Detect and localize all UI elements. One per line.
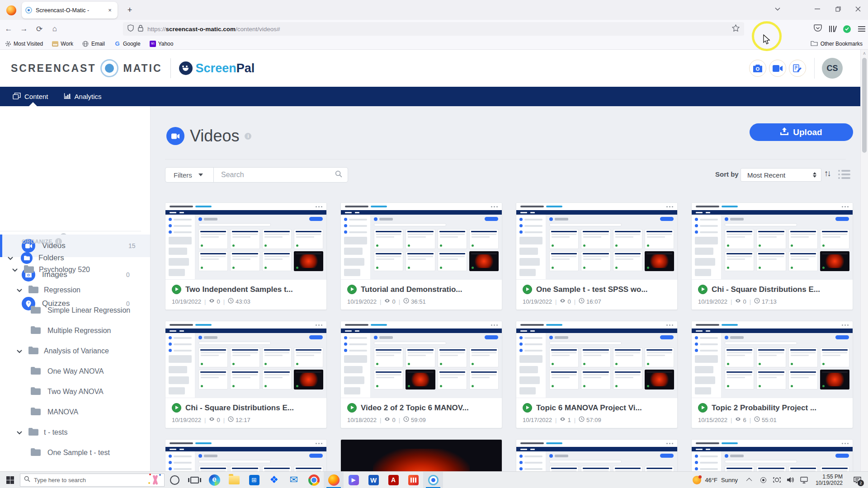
menu-icon[interactable]: [858, 28, 865, 29]
folder-item[interactable]: Simple Linear Regression: [0, 302, 151, 319]
bookmark-yahoo[interactable]: Y! Yahoo: [150, 41, 174, 47]
info-icon[interactable]: [245, 133, 251, 140]
video-card[interactable]: [691, 439, 853, 471]
video-thumbnail[interactable]: [692, 440, 853, 471]
back-button[interactable]: ←: [2, 22, 15, 36]
window-maximize-button[interactable]: [829, 0, 847, 18]
video-title[interactable]: Two Independent Samples t...: [185, 285, 293, 294]
video-card[interactable]: [340, 439, 502, 471]
video-thumbnail[interactable]: [165, 440, 326, 471]
library-icon[interactable]: [829, 26, 836, 32]
scrollbar-up-arrow[interactable]: ˄: [862, 52, 867, 56]
video-title[interactable]: Tutorial and Demonstratio...: [361, 285, 462, 294]
tab-content[interactable]: Content: [13, 93, 48, 101]
chevron-down-icon[interactable]: [17, 428, 22, 436]
taskbar-app-acrobat[interactable]: [383, 472, 403, 488]
upload-button[interactable]: Upload: [750, 123, 853, 141]
taskbar-app-dropbox[interactable]: [264, 472, 284, 488]
taskbar-app-file-explorer[interactable]: [224, 472, 244, 488]
forward-button[interactable]: →: [17, 22, 31, 36]
folder-item[interactable]: MANOVA: [0, 404, 151, 420]
screencast-o-matic-logo[interactable]: SCREENCAST MATIC Screen Pal: [11, 50, 255, 87]
video-card[interactable]: Two Independent Samples t... 10/19/2022|…: [165, 202, 327, 310]
bookmark-work[interactable]: Work: [52, 41, 73, 47]
screen-capture-tray-icon[interactable]: [771, 472, 783, 488]
taskbar-app-screencast-o-matic[interactable]: [423, 472, 443, 488]
taskbar-clock[interactable]: 1:55 PM 10/19/2022: [812, 474, 846, 486]
taskbar-app-edge[interactable]: [204, 472, 224, 488]
chevron-down-icon[interactable]: [17, 286, 22, 294]
video-thumbnail[interactable]: [692, 203, 853, 280]
antivirus-extension-icon[interactable]: [843, 25, 851, 33]
home-button[interactable]: ⌂: [48, 22, 61, 36]
taskbar-app-task-view[interactable]: [184, 472, 204, 488]
taskbar-app-cortana[interactable]: [165, 472, 184, 488]
taskbar-app-chrome[interactable]: [304, 472, 324, 488]
taskbar-app-store[interactable]: [244, 472, 264, 488]
new-tab-button[interactable]: [124, 5, 136, 16]
video-thumbnail[interactable]: [341, 440, 502, 471]
taskbar-search-box[interactable]: Type here to search: [20, 474, 165, 487]
weather-widget[interactable]: 46°F Sunny: [688, 476, 742, 484]
video-thumbnail[interactable]: [341, 203, 502, 280]
screenshot-button[interactable]: [749, 60, 766, 77]
taskbar-app-firefox[interactable]: [324, 472, 344, 488]
taskbar-app-mail[interactable]: [284, 472, 304, 488]
volume-icon[interactable]: [785, 472, 797, 488]
folder-item[interactable]: Analysis of Variance: [0, 343, 151, 359]
shield-icon[interactable]: [127, 24, 134, 33]
taskbar-app-word[interactable]: [363, 472, 383, 488]
video-card[interactable]: Tutorial and Demonstratio... 10/19/2022|…: [340, 202, 502, 310]
record-tray-icon[interactable]: [758, 472, 769, 488]
filters-dropdown[interactable]: Filters: [165, 168, 214, 182]
video-card[interactable]: Chi - Square Distributions E... 10/19/20…: [165, 321, 327, 428]
info-icon[interactable]: [55, 238, 62, 245]
video-thumbnail[interactable]: [341, 321, 502, 398]
chevron-down-icon[interactable]: [8, 254, 13, 262]
video-thumbnail[interactable]: [516, 321, 677, 398]
other-bookmarks-button[interactable]: Other Bookmarks: [811, 38, 863, 50]
search-input[interactable]: Search: [214, 170, 348, 179]
window-minimize-button[interactable]: [808, 0, 826, 18]
video-thumbnail[interactable]: [516, 203, 677, 280]
lock-icon[interactable]: [138, 25, 143, 33]
user-avatar[interactable]: CS: [822, 58, 843, 79]
list-all-tabs-icon[interactable]: [769, 0, 787, 18]
folder-item[interactable]: Psychology 520: [0, 262, 151, 278]
folder-item[interactable]: Multiple Regression: [0, 323, 151, 339]
chevron-down-icon[interactable]: [12, 266, 18, 274]
reload-button[interactable]: ⟳: [33, 22, 46, 36]
page-scrollbar[interactable]: ˄: [860, 50, 868, 471]
folder-item[interactable]: One Sample t - test: [0, 445, 151, 461]
video-title[interactable]: Video 2 of 2 Topic 6 MANOV...: [361, 404, 469, 413]
notifications-button[interactable]: 2: [848, 472, 866, 488]
folder-item[interactable]: t - tests: [0, 424, 151, 441]
window-close-button[interactable]: [849, 0, 867, 18]
video-card[interactable]: Video 2 of 2 Topic 6 MANOV... 10/18/2022…: [340, 321, 502, 428]
video-thumbnail[interactable]: [165, 203, 326, 280]
folder-item[interactable]: Regression: [0, 282, 151, 298]
video-card[interactable]: Topic 2 Probability Project ... 10/15/20…: [691, 321, 853, 428]
url-bar[interactable]: https://screencast-o-matic.com/content/v…: [123, 22, 744, 36]
video-thumbnail[interactable]: [692, 321, 853, 398]
bookmark-most-visited[interactable]: Most Visited: [5, 40, 43, 47]
video-card[interactable]: Topic 6 MANOVA Project Vi... 10/17/2022|…: [516, 321, 678, 428]
list-view-toggle[interactable]: [838, 170, 850, 179]
video-card[interactable]: [516, 439, 678, 471]
bookmark-google[interactable]: G Google: [114, 40, 141, 47]
taskbar-app-spss[interactable]: [403, 472, 423, 488]
video-title[interactable]: One Sample t - test SPSS wo...: [536, 285, 648, 294]
video-card[interactable]: One Sample t - test SPSS wo... 10/19/202…: [516, 202, 678, 310]
video-thumbnail[interactable]: [516, 440, 677, 471]
pocket-icon[interactable]: [814, 24, 822, 33]
network-icon[interactable]: [798, 472, 810, 488]
start-button[interactable]: [0, 472, 20, 488]
scrollbar-thumb[interactable]: [862, 58, 867, 153]
chevron-down-icon[interactable]: [17, 347, 22, 355]
video-card[interactable]: Chi - Square Distributions E... 10/19/20…: [691, 202, 853, 310]
browser-tab[interactable]: Screencast-O-Matic -: [22, 2, 118, 19]
video-thumbnail[interactable]: [165, 321, 326, 398]
video-title[interactable]: Chi - Square Distributions E...: [185, 404, 294, 413]
folder-item[interactable]: Two Way ANOVA: [0, 384, 151, 400]
tab-analytics[interactable]: Analytics: [64, 93, 102, 101]
